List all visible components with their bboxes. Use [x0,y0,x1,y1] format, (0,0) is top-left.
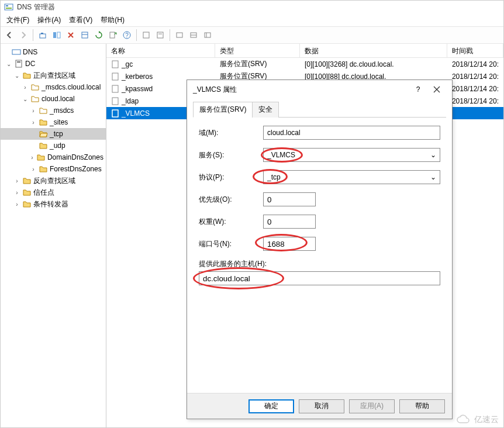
dns-icon [12,47,21,57]
svg-rect-18 [205,33,210,37]
properties-dialog: _VLMCS 属性 ? 服务位置(SRV) 安全 域(M): 服务(S): _V… [187,80,453,419]
col-name[interactable]: 名称 [106,44,215,57]
tree-root-dns[interactable]: DNS [1,46,106,58]
col-timestamp[interactable]: 时间戳 [447,44,503,57]
input-weight[interactable] [263,215,316,229]
dialog-buttons: 确定 取消 应用(A) 帮助 [187,393,452,419]
svg-text:?: ? [125,32,129,39]
record-icon [111,60,119,68]
col-type[interactable]: 类型 [215,44,300,57]
input-port[interactable] [263,237,316,251]
refresh-button[interactable] [92,29,105,42]
tree-sites[interactable]: ›_sites [1,116,106,128]
delete-button[interactable] [64,29,77,42]
separator [170,29,170,41]
tree-tcp[interactable]: _tcp [1,128,106,140]
tree-udp[interactable]: _udp [1,140,106,151]
folder-icon [39,106,48,115]
svg-rect-7 [82,32,88,38]
tab-security[interactable]: 安全 [252,102,279,118]
label-host: 提供此服务的主机(H): [199,259,440,269]
cancel-button[interactable]: 取消 [299,399,344,413]
window-title: DNS 管理器 [17,2,55,12]
tree-cloud-local[interactable]: ⌄cloud.local [1,93,106,105]
tab-srv[interactable]: 服务位置(SRV) [193,102,253,118]
ok-button[interactable]: 确定 [248,399,294,413]
apply-button[interactable]: 应用(A) [349,399,395,413]
svg-rect-0 [5,4,13,10]
show-pane-button[interactable] [50,29,63,42]
menubar: 文件(F) 操作(A) 查看(V) 帮助(H) [1,13,503,26]
app-icon [4,2,13,12]
record-icon [111,73,119,81]
tool-c-button[interactable] [173,29,186,42]
tree-pane: DNS ⌄DC ⌄正向查找区域 ›_msdcs.cloud.local ⌄clo… [1,44,106,427]
input-priority[interactable] [263,192,316,206]
folder-icon [39,164,48,174]
label-domain: 域(M): [199,128,263,138]
tree-forward-zones[interactable]: ⌄正向查找区域 [1,70,106,81]
export-button[interactable] [106,29,119,42]
cloud-icon [455,415,472,425]
menu-file[interactable]: 文件(F) [3,14,33,26]
help-button[interactable]: 帮助 [399,399,445,413]
tree-dc[interactable]: ⌄DC [1,58,106,70]
svg-rect-9 [110,32,115,38]
svg-rect-3 [40,34,46,38]
select-protocol[interactable]: _tcp⌄ [263,170,440,184]
list-row[interactable]: _gc 服务位置(SRV) [0][100][3268] dc.cloud.lo… [106,58,503,70]
tree-forestdnszones[interactable]: ›ForestDnsZones [1,163,106,175]
help-icon[interactable]: ? [409,82,427,96]
zone-icon [30,82,40,92]
tree-msdcs[interactable]: ›_msdcs [1,105,106,116]
menu-action[interactable]: 操作(A) [34,14,64,26]
folder-icon [22,176,32,185]
svg-rect-21 [16,60,22,67]
help-button[interactable]: ? [120,29,133,42]
tree-domaindnszones[interactable]: ›DomainDnsZones [1,151,106,163]
label-weight: 权重(W): [199,217,263,227]
separator [33,29,33,41]
label-priority: 优先级(O): [199,195,263,205]
back-button[interactable] [3,29,16,42]
svg-rect-24 [112,73,118,80]
folder-icon [22,71,32,80]
up-button[interactable] [36,29,49,42]
svg-rect-2 [6,8,12,9]
dialog-title: _VLMCS 属性 [193,85,237,95]
input-domain[interactable] [263,126,440,140]
tree-trust-points[interactable]: ›信任点 [1,187,106,198]
close-icon[interactable] [427,82,446,96]
label-service: 服务(S): [199,150,263,160]
svg-rect-4 [41,33,43,34]
tool-e-button[interactable] [201,29,214,42]
tool-d-button[interactable] [187,29,200,42]
dialog-form: 域(M): 服务(S): _VLMCS⌄ 协议(P): _tcp⌄ 优先级(O)… [187,118,452,393]
tree-msdcs-root[interactable]: ›_msdcs.cloud.local [1,81,106,93]
tool-b-button[interactable] [154,29,167,42]
svg-rect-5 [53,32,56,38]
tool-a-button[interactable] [140,29,153,42]
tree-conditional-forwarders[interactable]: ›条件转发器 [1,198,106,210]
menu-help[interactable]: 帮助(H) [97,14,128,26]
svg-rect-12 [143,32,149,38]
svg-rect-25 [112,85,118,92]
menu-view[interactable]: 查看(V) [65,14,96,26]
tree-reverse-zones[interactable]: ›反向查找区域 [1,175,106,187]
input-host[interactable] [199,271,440,285]
record-icon [111,85,119,93]
dialog-titlebar: _VLMCS 属性 ? [187,80,452,99]
properties-button[interactable] [78,29,91,42]
select-service[interactable]: _VLMCS⌄ [263,148,440,162]
svg-rect-15 [177,33,182,37]
chevron-down-icon: ⌄ [430,151,436,159]
svg-rect-22 [17,61,20,63]
svg-rect-23 [112,61,118,68]
svg-rect-26 [112,98,118,105]
forward-button[interactable] [17,29,30,42]
col-data[interactable]: 数据 [300,44,447,57]
folder-icon [36,153,46,162]
folder-open-icon [39,129,48,139]
label-port: 端口号(N): [199,239,263,249]
folder-icon [39,141,48,150]
